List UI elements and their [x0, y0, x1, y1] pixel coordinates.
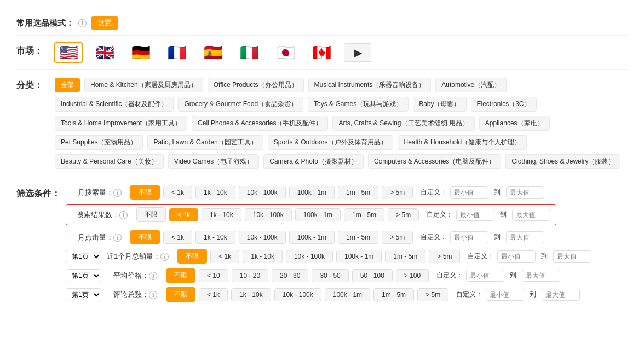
cat-tag-appliances[interactable]: Appliances（家电） — [479, 116, 550, 131]
filter-btn-monthly-clicks-1[interactable]: < 1k — [163, 231, 192, 244]
filter-btn-search-results-5[interactable]: 1m - 5m — [344, 208, 384, 221]
cat-tag-video-games[interactable]: Video Games（电子游戏） — [168, 154, 260, 169]
cat-tag-grocery[interactable]: Grocery & Gourmet Food（食品杂货） — [178, 97, 303, 112]
filter-btn-monthly-sales-1[interactable]: < 1k — [210, 250, 239, 263]
filter-btn-avg-price-3[interactable]: 20 - 30 — [272, 269, 308, 282]
cat-tag-all[interactable]: 全部 — [55, 78, 80, 92]
filter-info-icon-monthly-clicks[interactable]: ℹ — [113, 234, 122, 242]
cat-tag-arts-crafts[interactable]: Arts, Crafts & Sewing（工艺美术缝纫 用品） — [332, 116, 474, 131]
flag-jp[interactable]: 🇯🇵 — [272, 43, 299, 62]
filter-btn-monthly-clicks-4[interactable]: 100k - 1m — [289, 231, 335, 244]
filter-min-input-monthly-sales[interactable] — [497, 250, 536, 263]
setting-button[interactable]: 设置 — [91, 16, 118, 30]
filter-btn-search-results-3[interactable]: 10k - 100k — [245, 208, 292, 221]
cat-tag-industrial-scientific[interactable]: Industrial & Scientific（器材及配件） — [55, 97, 174, 112]
filter-btn-search-results-4[interactable]: 100k - 1m — [295, 208, 341, 221]
cat-tag-pet-supplies[interactable]: Pet Supplies（宠物用品） — [55, 135, 143, 150]
filter-btn-monthly-search-5[interactable]: 1m - 5m — [338, 186, 378, 199]
flag-us[interactable]: 🇺🇸 — [55, 43, 82, 62]
flag-it[interactable]: 🇮🇹 — [235, 43, 263, 62]
filter-btn-avg-price-2[interactable]: 10 - 20 — [232, 269, 268, 282]
filter-btn-review-count-5[interactable]: 1m - 5m — [373, 288, 414, 301]
filter-btn-monthly-sales-0[interactable]: 不限 — [177, 249, 207, 264]
filter-btn-review-count-0[interactable]: 不限 — [166, 287, 196, 302]
cat-tag-electronics[interactable]: Electronics（3C） — [471, 97, 537, 112]
cat-tag-toys-games[interactable]: Toys & Games（玩具与游戏） — [308, 97, 409, 112]
filter-max-input-monthly-clicks[interactable] — [506, 231, 544, 243]
flag-de[interactable]: 🇩🇪 — [127, 43, 154, 62]
filter-btn-review-count-6[interactable]: > 5m — [417, 288, 449, 301]
filter-btn-search-results-6[interactable]: > 5m — [388, 208, 419, 221]
filter-btn-search-results-2[interactable]: 1k - 10k — [202, 208, 242, 221]
cat-tag-beauty[interactable]: Beauty & Personal Care（美妆） — [55, 154, 164, 169]
cat-tag-home-kitchen[interactable]: Home & Kitchen（家居及厨房用品） — [84, 78, 203, 92]
cat-tag-patio[interactable]: Patio, Lawn & Garden（园艺工具） — [147, 135, 263, 150]
page-select-review-count[interactable]: 第1页 — [66, 288, 101, 301]
filter-max-input-monthly-sales[interactable] — [553, 250, 591, 263]
filter-btn-avg-price-1[interactable]: < 10 — [199, 269, 228, 282]
filter-btn-monthly-clicks-2[interactable]: 1k - 10k — [196, 231, 235, 244]
flag-ca[interactable]: 🇨🇦 — [308, 43, 335, 62]
cat-tag-clothing[interactable]: Clothing, Shoes & Jewelry（服装） — [505, 154, 620, 169]
flag-fr[interactable]: 🇫🇷 — [163, 43, 191, 62]
filter-info-icon-monthly-sales[interactable]: ℹ — [160, 253, 169, 261]
filter-min-input-review-count[interactable] — [486, 289, 524, 301]
filter-min-input-monthly-search[interactable] — [450, 186, 488, 199]
filter-content: 月搜索量：ℹ不限< 1k1k - 10k10k - 100k100k - 1m1… — [66, 185, 628, 306]
cat-tag-automotive[interactable]: Automotive（汽配） — [435, 78, 507, 92]
filter-btn-monthly-sales-6[interactable]: > 5m — [429, 250, 460, 263]
cat-tag-cell-phones[interactable]: Cell Phones & Accessories（手机及配件） — [192, 116, 328, 131]
filter-info-icon-review-count[interactable]: ℹ — [149, 291, 157, 299]
cat-tag-musical-instruments[interactable]: Musical Instruments（乐器音响设备） — [308, 78, 432, 92]
filter-info-icon-avg-price[interactable]: ℹ — [149, 272, 157, 280]
filter-btn-avg-price-5[interactable]: 50 - 100 — [352, 269, 393, 282]
filter-btn-search-results-0[interactable]: 不限 — [136, 207, 166, 222]
cat-tag-camera-photo[interactable]: Camera & Photo（摄影器材） — [263, 154, 364, 169]
filter-btn-monthly-search-4[interactable]: 100k - 1m — [289, 186, 335, 199]
flag-gb[interactable]: 🇬🇧 — [91, 43, 118, 62]
filter-btn-monthly-search-6[interactable]: > 5m — [382, 186, 413, 199]
filter-btn-review-count-2[interactable]: 1k - 10k — [231, 288, 271, 301]
flag-video[interactable]: ▶ — [344, 43, 371, 62]
filter-btn-monthly-search-1[interactable]: < 1k — [163, 186, 192, 199]
filter-max-input-monthly-search[interactable] — [506, 186, 544, 199]
filter-min-input-monthly-clicks[interactable] — [450, 231, 488, 243]
filter-btn-avg-price-4[interactable]: 30 - 50 — [312, 269, 348, 282]
mode-info-icon[interactable]: ℹ — [78, 19, 87, 27]
filter-btn-monthly-clicks-5[interactable]: 1m - 5m — [338, 231, 378, 244]
cat-tag-computers[interactable]: Computers & Accessories（电脑及配件） — [368, 154, 501, 169]
filter-max-input-avg-price[interactable] — [522, 270, 560, 282]
filter-btn-monthly-sales-2[interactable]: 1k - 10k — [243, 250, 283, 263]
filter-btn-search-results-1[interactable]: < 1k — [169, 208, 198, 221]
filter-btn-monthly-sales-5[interactable]: 1m - 5m — [385, 250, 426, 263]
filter-min-input-search-results[interactable] — [456, 209, 495, 221]
filter-btn-monthly-search-0[interactable]: 不限 — [130, 185, 160, 200]
filter-btn-monthly-clicks-3[interactable]: 10k - 100k — [239, 231, 286, 244]
filter-btn-monthly-sales-3[interactable]: 10k - 100k — [286, 250, 333, 263]
page-select-monthly-sales[interactable]: 第1页 — [66, 250, 101, 263]
filter-options-monthly-search: 不限< 1k1k - 10k10k - 100k100k - 1m1m - 5m… — [130, 185, 544, 200]
filter-btn-monthly-sales-4[interactable]: 100k - 1m — [336, 250, 382, 263]
filter-highlighted-search-results: 搜索结果数：ℹ不限< 1k1k - 10k10k - 100k100k - 1m… — [66, 204, 556, 225]
filter-btn-monthly-search-3[interactable]: 10k - 100k — [239, 186, 286, 199]
cat-tag-sports-outdoors[interactable]: Sports & Outdoors（户外及体育用品） — [268, 135, 393, 150]
filter-btn-monthly-clicks-6[interactable]: > 5m — [382, 231, 413, 244]
filter-info-icon-monthly-search[interactable]: ℹ — [113, 189, 122, 197]
filter-btn-review-count-1[interactable]: < 1k — [199, 288, 228, 301]
filter-btn-avg-price-0[interactable]: 不限 — [166, 268, 196, 283]
filter-btn-avg-price-6[interactable]: > 100 — [396, 269, 429, 282]
filter-min-input-avg-price[interactable] — [466, 270, 504, 282]
cat-tag-health-household[interactable]: Health & Household（健康与个人护理） — [398, 135, 527, 150]
filter-btn-monthly-clicks-0[interactable]: 不限 — [130, 230, 160, 244]
flag-es[interactable]: 🇪🇸 — [199, 43, 227, 62]
filter-max-input-review-count[interactable] — [542, 289, 580, 301]
cat-tag-baby[interactable]: Baby（母婴） — [413, 97, 466, 112]
filter-max-input-search-results[interactable] — [512, 209, 550, 221]
cat-tag-office-products[interactable]: Office Products（办公用品） — [208, 78, 304, 92]
filter-info-icon-search-results[interactable]: ℹ — [119, 211, 128, 219]
filter-btn-monthly-search-2[interactable]: 1k - 10k — [196, 186, 235, 199]
page-select-avg-price[interactable]: 第1页 — [66, 269, 101, 282]
cat-tag-tools[interactable]: Tools & Home Improvement（家用工具） — [55, 116, 187, 131]
filter-btn-review-count-4[interactable]: 100k - 1m — [325, 288, 370, 301]
filter-btn-review-count-3[interactable]: 10k - 100k — [274, 288, 321, 301]
